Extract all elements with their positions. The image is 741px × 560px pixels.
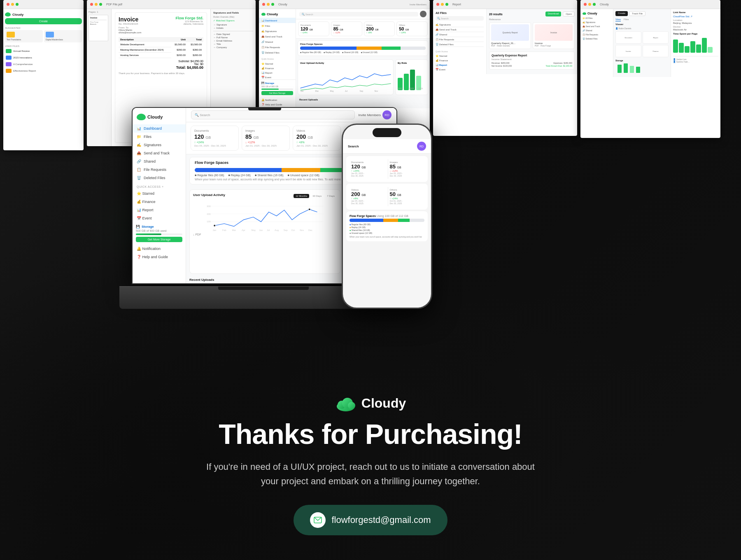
svg-point-24 xyxy=(308,208,310,210)
svg-text:Nov: Nov xyxy=(375,90,378,92)
brand-name: Cloudy xyxy=(147,114,163,119)
svg-text:Jul: Jul xyxy=(267,229,270,231)
svg-text:200: 200 xyxy=(207,213,210,215)
phone-app-content: Search RD Documents 120 GB ↑ +24% Jan 05… xyxy=(343,125,431,308)
sidebar-item-deleted[interactable]: 🗑️ Deleted Files xyxy=(133,174,186,182)
svg-text:2023: 2023 xyxy=(409,87,414,90)
top-bar: 🔍 Search Invite Members RD xyxy=(186,108,396,122)
sidebar-item-help[interactable]: ❓ Help and Guide xyxy=(133,253,186,261)
svg-text:2022: 2022 xyxy=(398,87,402,90)
svg-text:Jan: Jan xyxy=(301,90,304,92)
phone-screen: Search RD Documents 120 GB ↑ +24% Jan 05… xyxy=(343,125,431,308)
svg-text:May: May xyxy=(252,229,256,231)
stat-videos: Videos 200 GB ↑ +8% Jan 01, 2025 - Dec 3… xyxy=(293,126,341,151)
svg-point-49 xyxy=(348,402,355,409)
cloudy-brand: Cloudy xyxy=(0,395,741,412)
svg-text:Oct: Oct xyxy=(291,229,295,231)
phone-stat-videos-others: Videos 200 GB ↑ +8% Jan 05, 2025 -Dec 30… xyxy=(346,184,428,210)
subtitle-line2: your project and embark on a thrilling j… xyxy=(261,476,480,486)
svg-text:Jun: Jun xyxy=(259,229,263,231)
screen-notch xyxy=(248,108,281,110)
screenshot-card-5: Cloudy Cloudy 📁 All Files ✍️ Signatures … xyxy=(580,0,720,138)
svg-text:2024: 2024 xyxy=(418,87,423,90)
quick-access-label: Quick Access + xyxy=(133,182,186,189)
sidebar-item-report[interactable]: 📊 Report xyxy=(133,206,186,214)
svg-text:100: 100 xyxy=(207,220,210,223)
svg-text:Apr: Apr xyxy=(242,229,245,231)
sidebar-item-shared[interactable]: 🔗 Shared xyxy=(133,157,186,166)
sidebar-item-notification[interactable]: 🔔 Notification xyxy=(133,245,186,253)
svg-text:Sep: Sep xyxy=(360,90,364,92)
phone-storage: Flow Forge Spaces Using 100 GB of 112 GB… xyxy=(346,211,428,241)
stat-images: Images 85 GB ↓ +12% Jan 01, 2025 - Dec 3… xyxy=(242,126,290,151)
svg-text:Nov: Nov xyxy=(300,229,304,231)
brand-name-large: Cloudy xyxy=(361,396,406,411)
phone-stat-docs-images: Documents 120 GB ↑ +24% Jan 05, 2025 -De… xyxy=(346,156,428,182)
sidebar-item-starred[interactable]: ⭐ Starred xyxy=(133,189,186,198)
svg-rect-13 xyxy=(618,65,622,73)
sidebar-item-event[interactable]: 📅 Event xyxy=(133,214,186,222)
app-logo: Cloudy xyxy=(133,111,186,124)
sidebar-item-files[interactable]: 📁 Files xyxy=(133,133,186,141)
subtitle-line1: If you're in need of a UI/UX project, re… xyxy=(206,462,535,472)
svg-text:Mar: Mar xyxy=(315,90,319,92)
upload-chart: User Upload Activity 12 Months 30 Days 7… xyxy=(189,189,340,274)
svg-text:300: 300 xyxy=(207,205,210,208)
phone-notch xyxy=(373,128,401,137)
svg-text:May: May xyxy=(330,90,334,92)
screenshot-card-1: Cloudy Create SUGGESTED Text Translators… xyxy=(3,0,84,150)
laptop-hinge xyxy=(218,287,309,290)
svg-point-23 xyxy=(214,225,216,227)
sidebar-item-requests[interactable]: 📋 File Requests xyxy=(133,166,186,174)
search-input[interactable]: 🔍 Search xyxy=(191,110,355,119)
brand-cloud-icon xyxy=(335,395,357,412)
envelope-icon xyxy=(314,517,322,523)
sidebar-item-send[interactable]: 📤 Send and Track xyxy=(133,149,186,157)
email-address: flowforgestd@gmail.com xyxy=(331,515,431,525)
main-title: Thanks for Purchasing! xyxy=(0,419,741,450)
phone-mockup: Search RD Documents 120 GB ↑ +24% Jan 05… xyxy=(342,124,432,309)
email-button[interactable]: flowforgestd@gmail.com xyxy=(294,505,447,535)
subtitle: If you're in need of a UI/UX project, re… xyxy=(206,460,535,488)
sidebar-item-finance[interactable]: 💰 Finance xyxy=(133,198,186,206)
svg-text:Feb: Feb xyxy=(222,229,226,231)
svg-text:Jul: Jul xyxy=(345,90,347,92)
svg-text:Sep: Sep xyxy=(284,229,288,231)
phone-frame: Search RD Documents 120 GB ↑ +24% Jan 05… xyxy=(342,124,432,309)
app-sidebar: Cloudy 📊 Dashboard 📁 Files ✍️ Signatures… xyxy=(133,108,186,283)
sidebar-item-signatures[interactable]: ✍️ Signatures xyxy=(133,141,186,149)
svg-rect-16 xyxy=(636,67,640,73)
svg-text:Jan: Jan xyxy=(212,229,216,231)
email-icon xyxy=(310,512,326,528)
svg-text:Dec: Dec xyxy=(308,229,312,231)
get-more-storage-button[interactable]: Get More Storage xyxy=(136,237,182,242)
screenshot-card-4: Report All Files 🔍 Search ✍️ Signatures … xyxy=(433,0,577,136)
phone-top-bar: Search RD xyxy=(343,139,431,154)
sidebar-item-dashboard[interactable]: 📊 Dashboard xyxy=(133,124,186,133)
svg-rect-14 xyxy=(624,63,628,73)
svg-rect-15 xyxy=(630,66,634,73)
stat-documents: Documents 120 GB ↑ +24% Dec 05, 2025 - D… xyxy=(191,126,239,151)
svg-text:Aug: Aug xyxy=(275,229,279,231)
svg-text:Mar: Mar xyxy=(232,229,236,231)
svg-rect-7 xyxy=(404,74,409,90)
avatar: RD xyxy=(382,110,391,119)
bottom-section: Cloudy Thanks for Purchasing! If you're … xyxy=(0,395,741,560)
storage-label: Storage xyxy=(142,225,154,229)
